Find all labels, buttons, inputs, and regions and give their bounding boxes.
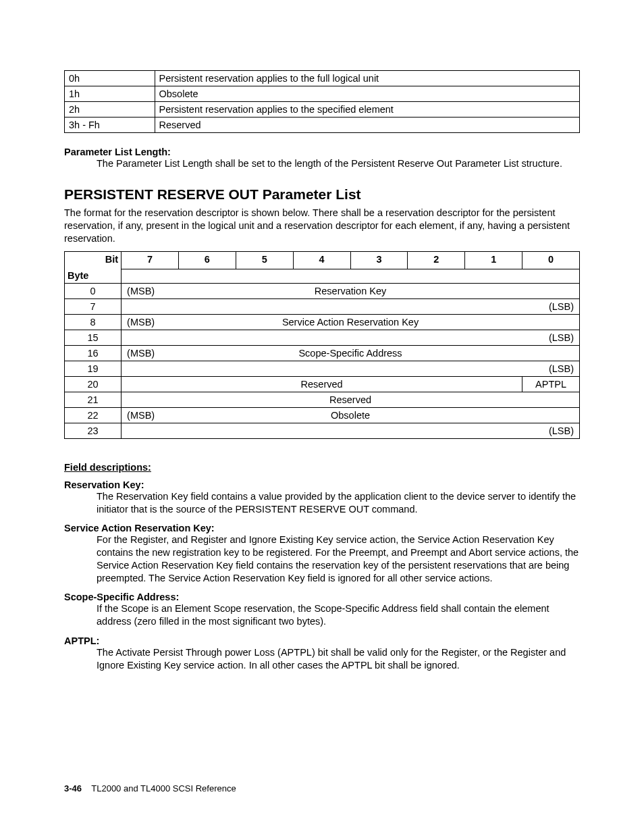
byte-cell: 0	[65, 283, 122, 298]
code-cell: 2h	[65, 102, 155, 118]
scope-specific-address-text: If the Scope is an Element Scope reserva…	[97, 602, 580, 628]
aptpl-label: APTPL:	[64, 635, 580, 646]
code-cell: 3h - Fh	[65, 118, 155, 133]
table-row: 19 (LSB)	[65, 361, 580, 376]
table-row: 7 (LSB)	[65, 298, 580, 314]
desc-cell: Persistent reservation applies to the sp…	[155, 102, 579, 118]
lsb-cell	[522, 314, 580, 330]
section-title: PERSISTENT RESERVE OUT Parameter List	[64, 186, 580, 203]
scope-specific-address-label: Scope-Specific Address:	[64, 592, 580, 602]
table-row: 20 Reserved APTPL	[65, 376, 580, 392]
table-row: 22 (MSB) Obsolete	[65, 407, 580, 423]
param-list-length-label: Parameter List Length:	[64, 147, 580, 157]
byte-cell: 7	[65, 298, 122, 314]
lsb-cell	[522, 407, 580, 423]
field-name: Scope-Specific Address	[178, 345, 522, 361]
code-cell: 0h	[65, 71, 155, 86]
desc-cell: Obsolete	[155, 86, 579, 102]
col-4: 4	[293, 251, 350, 269]
col-7: 7	[122, 251, 179, 269]
table-row: 8 (MSB) Service Action Reservation Key	[65, 314, 580, 330]
byte-cell: 21	[65, 392, 122, 407]
lsb-cell: (LSB)	[522, 423, 580, 438]
col-5: 5	[236, 251, 293, 269]
lsb-cell	[522, 345, 580, 361]
reservation-key-label: Reservation Key:	[64, 479, 580, 490]
desc-cell: Reserved	[155, 118, 579, 133]
field-descriptions-heading: Field descriptions:	[64, 462, 580, 473]
byte-cell: 15	[65, 330, 122, 345]
param-list-length-text: The Parameter List Length shall be set t…	[97, 157, 580, 170]
msb-cell	[122, 361, 179, 376]
byte-cell: 20	[65, 376, 122, 392]
bit-header: Bit	[68, 254, 118, 265]
service-action-reservation-key-text: For the Register, and Register and Ignor…	[97, 533, 580, 585]
lsb-cell: (LSB)	[522, 330, 580, 345]
byte-cell: 16	[65, 345, 122, 361]
table-header-row: Bit Byte 7 6 5 4 3 2 1 0	[65, 251, 580, 269]
col-1: 1	[465, 251, 522, 269]
byte-cell: 23	[65, 423, 122, 438]
table-row: 1h Obsolete	[65, 86, 580, 102]
msb-cell	[122, 423, 179, 438]
page-footer: 3-46 TL2000 and TL4000 SCSI Reference	[64, 783, 236, 793]
col-0: 0	[522, 251, 580, 269]
col-2: 2	[408, 251, 465, 269]
section-intro: The format for the reservation descripto…	[64, 207, 580, 245]
field-name	[178, 330, 522, 345]
msb-cell: (MSB)	[122, 407, 179, 423]
table-row: 3h - Fh Reserved	[65, 118, 580, 133]
reservation-key-text: The Reservation Key field contains a val…	[97, 490, 580, 516]
service-action-reservation-key-label: Service Action Reservation Key:	[64, 523, 580, 533]
table-row: 2h Persistent reservation applies to the…	[65, 102, 580, 118]
field-name	[178, 423, 522, 438]
page-number: 3-46	[64, 783, 82, 793]
parameter-list-table: Bit Byte 7 6 5 4 3 2 1 0 0 (MSB) Reserva…	[64, 251, 580, 439]
col-6: 6	[178, 251, 236, 269]
table-row: 16 (MSB) Scope-Specific Address	[65, 345, 580, 361]
table-row: 0 (MSB) Reservation Key	[65, 283, 580, 298]
aptpl-text: The Activate Persist Through power Loss …	[97, 646, 580, 672]
msb-cell: (MSB)	[122, 314, 179, 330]
lsb-cell	[522, 283, 580, 298]
field-name: Obsolete	[178, 407, 522, 423]
reserved-cell: Reserved	[122, 392, 580, 407]
msb-cell	[122, 330, 179, 345]
code-cell: 1h	[65, 86, 155, 102]
reserved-cell: Reserved	[122, 376, 522, 392]
aptpl-cell: APTPL	[522, 376, 580, 392]
footer-title: TL2000 and TL4000 SCSI Reference	[91, 783, 236, 793]
byte-cell: 19	[65, 361, 122, 376]
byte-header: Byte	[68, 270, 118, 281]
table-row: 0h Persistent reservation applies to the…	[65, 71, 580, 86]
field-name: Service Action Reservation Key	[178, 314, 522, 330]
msb-cell: (MSB)	[122, 283, 179, 298]
lsb-cell: (LSB)	[522, 361, 580, 376]
header-spacer-row	[65, 269, 580, 283]
field-name: Reservation Key	[178, 283, 522, 298]
table-row: 15 (LSB)	[65, 330, 580, 345]
desc-cell: Persistent reservation applies to the fu…	[155, 71, 579, 86]
msb-cell	[122, 298, 179, 314]
byte-cell: 8	[65, 314, 122, 330]
scope-value-table: 0h Persistent reservation applies to the…	[64, 70, 580, 133]
table-row: 21 Reserved	[65, 392, 580, 407]
col-3: 3	[350, 251, 408, 269]
table-row: 23 (LSB)	[65, 423, 580, 438]
lsb-cell: (LSB)	[522, 298, 580, 314]
field-name	[178, 361, 522, 376]
field-name	[178, 298, 522, 314]
byte-cell: 22	[65, 407, 122, 423]
msb-cell: (MSB)	[122, 345, 179, 361]
